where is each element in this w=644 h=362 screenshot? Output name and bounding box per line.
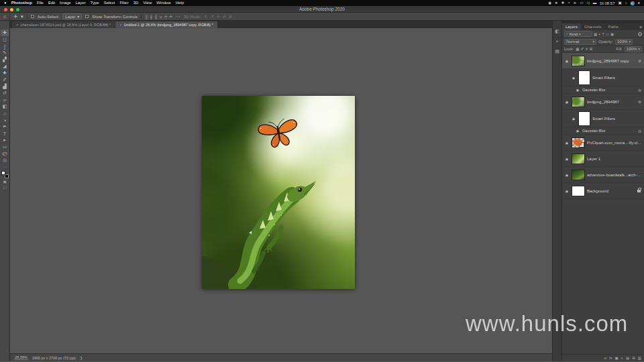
background-lock-icon[interactable] — [637, 190, 641, 192]
visibility-eye-icon[interactable]: ◉ — [564, 59, 570, 63]
foreground-color-swatch[interactable] — [1, 171, 5, 175]
menu-image[interactable]: Image — [60, 0, 71, 6]
marquee-tool-icon[interactable]: ◻ — [1, 36, 9, 43]
align-middle-icon[interactable]: ╪ — [164, 15, 167, 19]
3d-rotate-icon[interactable]: ↻ — [205, 14, 208, 19]
layer-row-background[interactable]: ◉ Background — [562, 183, 644, 199]
visibility-eye-icon[interactable]: ◉ — [564, 157, 570, 161]
blur-tool-icon[interactable]: ○ — [1, 110, 9, 117]
collapsed-color-panel-icon[interactable]: ◧ — [555, 29, 559, 34]
layer-thumbnail[interactable] — [572, 56, 585, 66]
3d-roll-icon[interactable]: ↺ — [211, 14, 214, 19]
path-selection-tool-icon[interactable]: ▸ — [1, 137, 9, 143]
color-swatches[interactable] — [1, 171, 9, 178]
display-icon[interactable]: ▭ — [580, 0, 583, 6]
align-center-icon[interactable]: ╫ — [150, 15, 152, 19]
screen-record-icon[interactable]: ◉ — [548, 0, 551, 6]
gradient-tool-icon[interactable]: ◧ — [1, 103, 9, 110]
layer-row-bird-copy[interactable]: ◉ birdjpng_2894987 copy ⊘ — [562, 53, 644, 69]
menu-help[interactable]: Help — [176, 0, 184, 6]
document-tab-untitled[interactable]: × Untitled-1 @ 28,4% (birdjpng_2894987 c… — [115, 21, 217, 28]
clone-stamp-tool-icon[interactable]: ▟ — [1, 83, 9, 90]
gaussian-blur-row[interactable]: ◉ Gaussian Blur ⊜ — [562, 127, 644, 135]
layer-row-butterfly-clipart[interactable]: ◉ PnClipart.com_mona...-fly-clipart_2670… — [562, 135, 644, 151]
siri-icon[interactable] — [631, 1, 635, 5]
eyedropper-tool-icon[interactable]: ◢ — [1, 63, 9, 70]
screen-mode-icon[interactable]: ▢ — [1, 184, 9, 189]
eraser-tool-icon[interactable]: ▱ — [1, 97, 9, 103]
minimize-window-button[interactable] — [10, 8, 13, 11]
filter-options-icon[interactable]: ⊜ — [638, 129, 642, 133]
quick-mask-icon[interactable]: ▣ — [1, 178, 9, 184]
lock-position-icon[interactable]: ✛ — [585, 47, 588, 51]
pen-tool-icon[interactable]: ✒ — [1, 123, 9, 130]
document-tab-chameleon[interactable]: × chameleon-1874514.psd @ 28,8% (Layer 0… — [12, 21, 115, 28]
layer-row-bird[interactable]: ◉ birdjpng_2894987 ⊘ — [562, 94, 644, 110]
brush-tool-icon[interactable]: ✐ — [1, 76, 9, 83]
volume-icon[interactable]: ◁ — [586, 0, 589, 6]
filter-smart-objects-icon[interactable]: ▣ — [610, 32, 614, 36]
lock-transparent-icon[interactable]: ▦ — [576, 47, 579, 51]
smart-filter-mask-thumbnail[interactable] — [578, 70, 590, 85]
home-icon[interactable]: ⌂ — [3, 13, 6, 21]
lock-pixels-icon[interactable]: ✐ — [581, 47, 584, 51]
wifi-icon[interactable]: ≋ — [574, 0, 577, 6]
menu-select[interactable]: Select — [104, 0, 115, 6]
shape-tool-icon[interactable]: ▭ — [1, 143, 9, 150]
collapsed-libraries-panel-icon[interactable]: ▤ — [555, 49, 559, 54]
layer-thumbnail[interactable] — [572, 97, 585, 107]
layer-row-adventure[interactable]: ◉ adventure-boardwalk...arch-bridge-2346… — [562, 167, 644, 183]
keyboard-status-icon[interactable]: ≈ — [568, 0, 570, 6]
smart-filter-badge-icon[interactable]: ⊘ — [638, 99, 642, 104]
align-left-icon[interactable]: ╟ — [145, 15, 148, 19]
smart-filter-badge-icon[interactable]: ⊘ — [638, 58, 642, 63]
menu-filter[interactable]: Filter — [119, 0, 128, 6]
smart-filters-row[interactable]: ◉ Smart Filters — [562, 110, 644, 127]
cursor-status-icon[interactable]: ➤ — [555, 0, 558, 6]
menu-view[interactable]: View — [143, 0, 152, 6]
menu-layer[interactable]: Layer — [76, 0, 86, 6]
hand-tool-icon[interactable]: ლ — [1, 150, 9, 157]
zoom-window-button[interactable] — [16, 8, 19, 11]
chat-status-icon[interactable]: ❖ — [561, 0, 565, 6]
lasso-tool-icon[interactable]: ʃ — [1, 43, 9, 50]
move-tool-icon[interactable]: ✛ — [1, 29, 9, 36]
3d-slide-icon[interactable]: ⇄ — [223, 14, 226, 19]
tab-paths[interactable]: Paths — [604, 23, 621, 30]
control-center-icon[interactable]: ≡ — [638, 0, 640, 6]
more-options-icon[interactable]: ⋯ — [176, 13, 180, 21]
healing-brush-tool-icon[interactable]: ✚ — [1, 70, 9, 76]
type-tool-icon[interactable]: T — [1, 130, 9, 137]
visibility-eye-icon[interactable]: ◉ — [564, 173, 570, 177]
smart-filter-mask-thumbnail[interactable] — [578, 111, 590, 126]
align-right-icon[interactable]: ╢ — [155, 15, 158, 19]
layer-style-fx-icon[interactable]: fx — [609, 356, 612, 360]
visibility-eye-icon[interactable]: ◉ — [575, 129, 580, 133]
filter-kind-dropdown[interactable]: ⌕ Kind ▾ — [564, 31, 592, 37]
auto-select-dropdown[interactable]: Layer ▾ — [62, 13, 82, 19]
history-brush-tool-icon[interactable]: ↺ — [1, 90, 9, 97]
align-top-icon[interactable]: ╤ — [160, 15, 162, 19]
dodge-tool-icon[interactable]: ◑ — [1, 117, 9, 123]
visibility-eye-icon[interactable]: ◉ — [564, 189, 570, 193]
show-transform-checkbox[interactable] — [85, 15, 89, 18]
smart-filters-row[interactable]: ◉ Smart Filters — [562, 69, 644, 86]
menubar-clock[interactable]: Di 08:57 — [600, 1, 614, 5]
3d-scale-icon[interactable]: ⊕ — [229, 14, 232, 19]
edit-toolbar-icon[interactable]: ⋯ — [1, 164, 9, 169]
close-tab-icon[interactable]: × — [16, 23, 19, 27]
visibility-eye-icon[interactable]: ◉ — [564, 100, 570, 104]
open-document-image[interactable] — [202, 96, 355, 289]
filter-options-icon[interactable]: ⊜ — [638, 88, 642, 93]
adjustment-layer-icon[interactable]: ◐ — [621, 356, 623, 360]
menu-edit[interactable]: Edit — [48, 0, 55, 6]
status-options-chevron-icon[interactable]: ❯ — [80, 356, 83, 360]
add-layer-mask-icon[interactable]: ▣ — [614, 356, 618, 360]
menu-photoshop[interactable]: Photoshop — [11, 0, 32, 6]
crop-tool-icon[interactable]: ▞ — [1, 56, 9, 63]
close-window-button[interactable] — [4, 8, 7, 11]
canvas-pasteboard[interactable]: ➤ — [10, 28, 552, 353]
layer-thumbnail[interactable] — [572, 170, 585, 180]
apple-menu-icon[interactable]: ● — [4, 0, 7, 6]
panel-menu-icon[interactable]: ≡ — [639, 23, 644, 30]
